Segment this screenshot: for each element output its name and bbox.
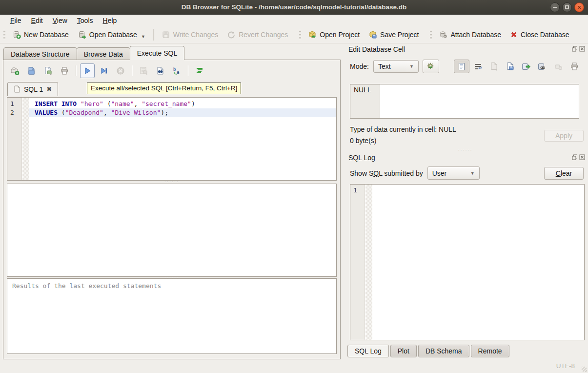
execute-all-button[interactable] — [80, 63, 95, 78]
new-sql-tab-button[interactable] — [7, 63, 22, 78]
menu-help[interactable]: Help — [98, 16, 122, 25]
line-number: 1 — [350, 186, 365, 195]
tab-plot[interactable]: Plot — [390, 345, 417, 357]
results-placeholder-text: Results of the last executed statements — [7, 279, 336, 293]
title-bar: DB Browser for SQLite - /home/user/code/… — [0, 0, 588, 15]
menu-tools[interactable]: Tools — [72, 16, 98, 25]
chevron-down-icon: ▼ — [470, 171, 475, 176]
print-sql-button[interactable] — [57, 63, 72, 78]
filter-label: Show SQL submitted by — [350, 169, 423, 177]
cell-value-editor[interactable]: NULL — [350, 84, 579, 119]
window-title: DB Browser for SQLite - /home/user/code/… — [182, 3, 406, 11]
main-tab-bar: Database Structure Browse Data Execute S… — [3, 46, 184, 60]
mode-combobox[interactable]: Text ▼ — [373, 60, 419, 73]
replace-icon: ba — [172, 66, 182, 76]
sql-document-tab[interactable]: SQL 1 ✖ — [7, 82, 58, 96]
find-in-sql-button[interactable] — [153, 63, 167, 78]
menu-view[interactable]: View — [48, 16, 72, 25]
export-cell-data-button[interactable] — [502, 60, 518, 73]
maximize-button[interactable] — [562, 2, 572, 12]
edit-cell-dock-buttons — [572, 46, 585, 52]
close-button[interactable]: ✕ — [574, 2, 584, 12]
print-cell-button[interactable] — [567, 60, 582, 73]
word-wrap-button[interactable] — [470, 60, 486, 73]
minimize-button[interactable] — [550, 2, 560, 12]
stop-icon — [116, 66, 125, 75]
float-panel-icon[interactable] — [572, 154, 578, 160]
text-mode-button[interactable] — [454, 60, 469, 73]
sql-editor[interactable]: 1 2 INSERT INTO "hero" ("name", "secret_… — [7, 97, 337, 181]
tab-execute-sql[interactable]: Execute SQL — [130, 46, 185, 60]
tab-sql-log[interactable]: SQL Log — [347, 345, 389, 357]
toolbar-drag-handle[interactable] — [430, 30, 432, 40]
open-sql-file-icon — [27, 66, 36, 75]
close-panel-icon[interactable] — [579, 154, 585, 160]
tab-database-structure[interactable]: Database Structure — [3, 47, 77, 60]
status-bar: UTF-8 — [0, 359, 588, 373]
find-icon — [156, 66, 164, 75]
float-panel-icon[interactable] — [572, 46, 578, 52]
apply-button: Apply — [544, 130, 584, 142]
save-sql-file-button[interactable] — [41, 63, 55, 78]
maximize-icon — [565, 5, 569, 9]
remove-icon — [554, 62, 563, 71]
close-panel-icon[interactable] — [579, 46, 585, 52]
editor-folding-margin — [22, 98, 29, 180]
editor-code-area[interactable]: INSERT INTO "hero" ("name", "secret_name… — [29, 98, 336, 180]
main-toolbar: New Database Open Database ▼ Write Chang… — [0, 26, 588, 43]
close-database-button[interactable]: Close Database — [506, 29, 574, 41]
execute-sql-pane: ba SQL 1 ✖ 1 2 — [3, 60, 341, 359]
attach-database-button[interactable]: Attach Database — [434, 28, 506, 41]
gear-arrow-icon — [426, 62, 435, 71]
export-arrow-icon — [522, 62, 530, 71]
tab-browse-data[interactable]: Browse Data — [77, 47, 130, 60]
import-cell-data-button — [486, 60, 502, 73]
sql-log-view[interactable]: 1 — [350, 184, 585, 340]
dock-splitter[interactable]: ······ — [343, 149, 588, 152]
sql-tab-close-icon[interactable]: ✖ — [46, 85, 52, 93]
sql-log-filter-row: Show SQL submitted by User ▼ — [350, 166, 480, 180]
new-sql-tab-icon — [10, 66, 20, 76]
toolbar-drag-handle[interactable] — [3, 30, 5, 40]
save-project-icon — [368, 30, 377, 39]
open-project-icon — [308, 30, 317, 39]
resize-grip[interactable] — [582, 367, 587, 372]
tab-db-schema[interactable]: DB Schema — [418, 345, 469, 357]
toolbar-drag-handle[interactable] — [299, 30, 301, 40]
new-database-button[interactable]: New Database — [8, 28, 73, 41]
revert-changes-icon — [227, 30, 236, 39]
execute-line-icon — [100, 66, 108, 75]
toolbar-separator — [153, 29, 154, 41]
execute-tooltip: Execute all/selected SQL [Ctrl+Return, F… — [87, 83, 241, 94]
open-in-external-button[interactable] — [518, 60, 534, 73]
open-database-button[interactable]: Open Database ▼ — [73, 28, 150, 41]
save-results-icon — [139, 66, 148, 76]
set-null-button — [550, 60, 566, 73]
sql-tab-label: SQL 1 — [24, 85, 43, 93]
execute-line-button[interactable] — [97, 63, 111, 78]
open-project-button[interactable]: Open Project — [304, 28, 364, 41]
menu-bar: File Edit View Tools Help — [0, 15, 588, 26]
format-sql-icon — [195, 66, 204, 75]
format-sql-button[interactable] — [192, 63, 207, 78]
log-source-combobox[interactable]: User ▼ — [427, 166, 480, 180]
revert-changes-button: Revert Changes — [223, 28, 292, 41]
open-sql-file-button[interactable] — [24, 63, 39, 78]
open-database-dropdown-caret[interactable]: ▼ — [141, 34, 145, 39]
tab-remote[interactable]: Remote — [471, 345, 509, 357]
replace-in-sql-button[interactable]: ba — [169, 63, 184, 78]
clear-log-button[interactable]: Clear — [544, 167, 584, 180]
save-project-button[interactable]: Save Project — [364, 28, 423, 41]
log-folding-margin — [365, 185, 372, 340]
close-icon: ✕ — [577, 5, 581, 10]
attach-database-icon — [439, 30, 447, 39]
write-changes-button: Write Changes — [157, 28, 223, 41]
menu-file[interactable]: File — [5, 16, 26, 25]
link-icon — [538, 62, 547, 71]
execute-all-icon — [83, 66, 92, 75]
sql-toolbar-separator — [76, 65, 76, 76]
line-number: 1 — [7, 100, 21, 108]
menu-edit[interactable]: Edit — [26, 16, 48, 25]
copy-link-button[interactable] — [534, 60, 550, 73]
auto-switch-mode-button[interactable] — [423, 60, 439, 73]
